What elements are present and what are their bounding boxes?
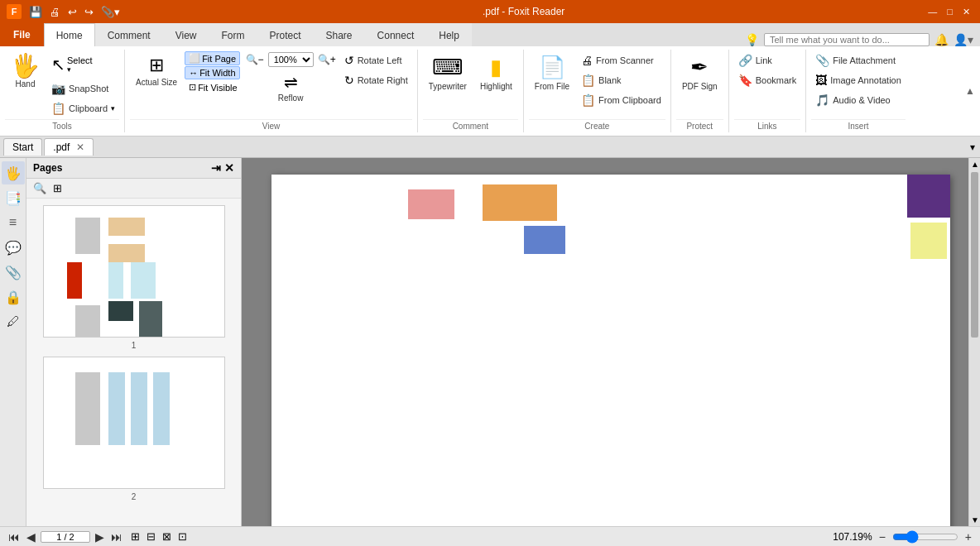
qa-extra-button[interactable]: 📎▾ <box>98 5 122 19</box>
pdf-tab-close[interactable]: ✕ <box>76 141 84 153</box>
page-2-thumbnail[interactable] <box>43 357 225 489</box>
actual-size-button[interactable]: ⊞ Actual Size <box>130 51 183 90</box>
from-file-icon: 📄 <box>539 55 565 80</box>
sidebar-icon-comments[interactable]: 💬 <box>2 236 25 259</box>
zoom-out-button[interactable]: 🔍− <box>243 51 267 68</box>
scroll-up-button[interactable]: ▲ <box>969 158 980 170</box>
scroll-down-button[interactable]: ▼ <box>969 514 980 526</box>
fit-width-label: Fit Width <box>199 68 235 78</box>
link-icon: 🔗 <box>738 54 752 67</box>
page-input[interactable] <box>41 531 90 543</box>
save-button[interactable]: 💾 <box>26 5 45 19</box>
reflow-button[interactable]: ⇌ Reflow <box>271 69 310 106</box>
redo-button[interactable]: ↪ <box>82 5 96 19</box>
zoom-in-button[interactable]: 🔍+ <box>315 51 339 68</box>
sidebar-icon-pages[interactable]: 📑 <box>2 186 25 209</box>
tab-comment[interactable]: Comment <box>95 23 163 46</box>
status-icon-3[interactable]: ⊠ <box>162 530 171 543</box>
status-icon-4[interactable]: ⊡ <box>178 530 187 543</box>
doc-tabs-scroll[interactable]: ▾ <box>970 141 980 153</box>
pdf-page <box>271 175 950 526</box>
nav-last-button[interactable]: ⏭ <box>109 530 124 544</box>
rotate-left-icon: ↺ <box>344 54 354 67</box>
pages-expand-button[interactable]: ⇥ <box>211 161 221 175</box>
actual-size-icon: ⊞ <box>149 55 164 76</box>
tab-view[interactable]: View <box>163 23 209 46</box>
sidebar-icon-sign[interactable]: 🖊 <box>2 310 25 333</box>
sidebar-icon-layers[interactable]: ≡ <box>2 211 25 234</box>
sidebar-icon-attachments[interactable]: 📎 <box>2 261 25 284</box>
clipboard-icon: 📋 <box>51 102 65 115</box>
status-icon-1[interactable]: ⊞ <box>131 530 140 543</box>
from-clipboard-label: From Clipboard <box>598 95 661 105</box>
ribbon-search-input[interactable] <box>770 35 919 45</box>
bookmark-button[interactable]: 🔖 Bookmark <box>734 71 801 89</box>
tab-file[interactable]: File <box>0 23 44 46</box>
fit-visible-icon: ⊡ <box>189 82 196 93</box>
file-attachment-icon: 📎 <box>815 54 829 67</box>
hand-button[interactable]: 🖐 Hand <box>5 51 46 92</box>
from-clipboard-button[interactable]: 📋 From Clipboard <box>577 91 665 109</box>
pages-icon-thumbnail[interactable]: ⊞ <box>53 182 62 194</box>
zoom-select[interactable]: 100% 75% 150% 200% <box>268 52 314 67</box>
close-button[interactable]: ✕ <box>959 5 973 19</box>
rotate-right-button[interactable]: ↻ Rotate Right <box>340 71 412 89</box>
blank-button[interactable]: 📋 Blank <box>577 71 665 89</box>
sidebar-icon-hand[interactable]: 🖐 <box>2 161 25 184</box>
fit-page-label: Fit Page <box>202 54 236 64</box>
tab-home[interactable]: Home <box>44 23 95 46</box>
clipboard-label: Clipboard <box>69 103 108 113</box>
tab-connect[interactable]: Connect <box>365 23 427 46</box>
pdf-scrollbar[interactable]: ▲ ▼ <box>968 158 980 526</box>
ribbon-search-box[interactable] <box>764 33 930 46</box>
rotate-left-label: Rotate Left <box>358 55 402 65</box>
print-button[interactable]: 🖨 <box>47 5 63 19</box>
audio-video-button[interactable]: 🎵 Audio & Video <box>811 91 906 109</box>
sidebar-icon-security[interactable]: 🔒 <box>2 285 25 309</box>
select-button[interactable]: ↖ Select ▾ <box>47 51 119 78</box>
tab-protect[interactable]: Protect <box>257 23 314 46</box>
ribbon-group-insert: 📎 File Attachment 🖼 Image Annotation 🎵 A… <box>806 50 910 132</box>
nav-first-button[interactable]: ⏮ <box>7 530 22 544</box>
page-1-thumbnail[interactable] <box>43 205 225 338</box>
zoom-slider[interactable] <box>892 530 958 544</box>
image-annotation-button[interactable]: 🖼 Image Annotation <box>811 71 906 89</box>
ribbon-collapse-button[interactable]: ▲ <box>960 50 980 132</box>
link-button[interactable]: 🔗 Link <box>734 51 801 69</box>
doc-tab-pdf[interactable]: .pdf ✕ <box>44 138 94 156</box>
pdf-area[interactable]: ▲ ▼ <box>242 158 980 526</box>
zoom-out-status-button[interactable]: − <box>877 530 887 544</box>
window-controls: — □ ✕ <box>925 5 973 19</box>
link-label: Link <box>756 55 772 65</box>
pdf-sign-button[interactable]: ✒ PDF Sign <box>676 51 723 94</box>
tab-help[interactable]: Help <box>426 23 472 46</box>
highlight-button[interactable]: ▮ Highlight <box>474 51 518 94</box>
snapshot-button[interactable]: 📷 SnapShot <box>47 79 119 98</box>
restore-button[interactable]: □ <box>944 5 956 18</box>
fit-width-button[interactable]: ↔ Fit Width <box>185 66 239 79</box>
fit-visible-button[interactable]: ⊡ Fit Visible <box>185 80 241 94</box>
tab-share[interactable]: Share <box>314 23 365 46</box>
fit-page-button[interactable]: ⬜ Fit Page <box>185 51 240 65</box>
pages-icon-search[interactable]: 🔍 <box>33 182 46 194</box>
status-icon-2[interactable]: ⊟ <box>147 530 156 543</box>
hand-label: Hand <box>16 79 36 89</box>
file-attachment-button[interactable]: 📎 File Attachment <box>811 51 906 69</box>
zoom-in-status-button[interactable]: + <box>963 530 973 544</box>
undo-button[interactable]: ↩ <box>65 5 79 19</box>
fit-width-icon: ↔ <box>189 68 198 78</box>
from-scanner-button[interactable]: 🖨 From Scanner <box>577 51 665 69</box>
doc-tab-start[interactable]: Start <box>3 138 42 156</box>
rotate-right-label: Rotate Right <box>358 75 408 85</box>
nav-prev-button[interactable]: ◀ <box>25 530 37 544</box>
pages-options-button[interactable]: ✕ <box>224 161 234 175</box>
typewriter-button[interactable]: ⌨ Typewriter <box>423 51 473 94</box>
tab-form[interactable]: Form <box>209 23 257 46</box>
minimize-button[interactable]: — <box>925 5 940 18</box>
rotate-left-button[interactable]: ↺ Rotate Left <box>340 51 412 69</box>
clipboard-button[interactable]: 📋 Clipboard ▾ <box>47 99 119 117</box>
from-file-button[interactable]: 📄 From File <box>529 51 575 94</box>
nav-next-button[interactable]: ▶ <box>94 530 106 544</box>
ribbon: 🖐 Hand ↖ Select ▾ 📷 SnapShot 📋 Cli <box>0 46 980 136</box>
scroll-thumb[interactable] <box>971 172 978 338</box>
